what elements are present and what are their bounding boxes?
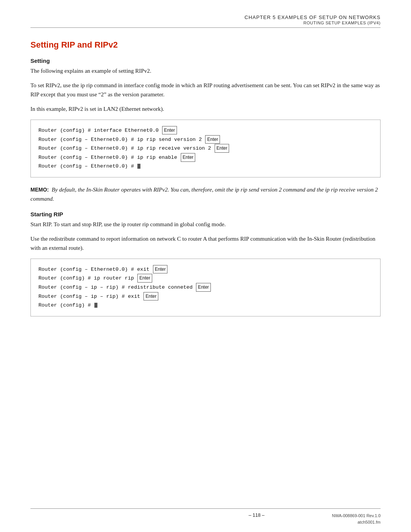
footer-doc-info: NWA-008869-001 Rev.1.0 atch5001.fm — [332, 513, 381, 525]
code-line: Router (config – Ethernet0.0) # ip rip e… — [38, 153, 373, 162]
cursor-block — [137, 164, 140, 169]
starting-subtitle: Starting RIP — [30, 211, 381, 217]
page-footer: – 118 – NWA-008869-001 Rev.1.0 atch5001.… — [30, 508, 381, 532]
starting-body1: Start RIP. To start and stop RIP, use th… — [30, 220, 381, 229]
starting-body2: Use the redistribute command to report i… — [30, 234, 381, 252]
code-line: Router (config) # — [38, 301, 373, 310]
enter-key: Enter — [153, 265, 168, 273]
enter-key: Enter — [143, 292, 158, 300]
enter-key: Enter — [137, 274, 152, 282]
header-chapter: Chapter 5 Examples of Setup on Networks — [30, 14, 381, 20]
setting-intro: The following explains an example of set… — [30, 66, 381, 75]
enter-key: Enter — [205, 135, 220, 144]
code-line: Router (config – ip – rip) # exit Enter — [38, 292, 373, 301]
code-line: Router (config) # interface Ethernet0.0 … — [38, 126, 373, 135]
memo-label: MEMO: — [30, 187, 49, 193]
enter-key: Enter — [181, 153, 196, 161]
code-line: Router (config – Ethernet0.0) # exit Ent… — [38, 265, 373, 274]
enter-key: Enter — [196, 283, 211, 291]
code-block-1: Router (config) # interface Ethernet0.0 … — [30, 120, 381, 177]
code-line: Router (config) # ip router rip Enter — [38, 274, 373, 283]
code-line: Router (config – Ethernet0.0) # ip rip r… — [38, 144, 373, 153]
setting-body2: In this example, RIPv2 is set in LAN2 (E… — [30, 104, 381, 113]
page-header: Chapter 5 Examples of Setup on Networks … — [30, 0, 381, 28]
footer-page-num: – 118 – — [181, 513, 332, 518]
memo-text: By default, the In-Skin Router operates … — [30, 187, 378, 202]
main-content: Setting RIP and RIPv2 Setting The follow… — [30, 29, 381, 508]
enter-key: Enter — [215, 144, 229, 152]
code-block-2: Router (config – Ethernet0.0) # exit Ent… — [30, 259, 381, 316]
footer-doc-line2: atch5001.fm — [332, 519, 381, 526]
section-title: Setting RIP and RIPv2 — [30, 40, 381, 50]
code-line: Router (config – ip – rip) # redistribut… — [38, 283, 373, 292]
setting-subtitle: Setting — [30, 58, 381, 64]
page: Chapter 5 Examples of Setup on Networks … — [0, 0, 411, 532]
cursor-block — [94, 303, 97, 308]
header-sub: Routing Setup Examples (IPv4) — [30, 21, 381, 25]
memo-block: MEMO: By default, the In-Skin Router ope… — [30, 185, 381, 203]
code-line: Router (config – Ethernet0.0) # ip rip s… — [38, 135, 373, 144]
setting-body1: To set RIPv2, use the ip rip command in … — [30, 81, 381, 99]
enter-key: Enter — [162, 126, 177, 134]
footer-doc-line1: NWA-008869-001 Rev.1.0 — [332, 513, 381, 519]
code-line: Router (config – Ethernet0.0) # — [38, 162, 373, 171]
